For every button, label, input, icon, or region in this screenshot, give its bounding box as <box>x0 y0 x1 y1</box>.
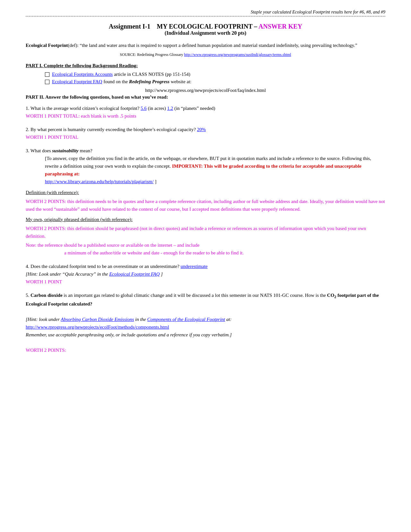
checklist-item-1-text: Ecological Footprints Accounts article i… <box>52 72 190 77</box>
checkbox-1 <box>45 72 49 77</box>
q5-carbon-dioxide: Carbon dioxide <box>31 293 63 298</box>
q1-worth: WORTH 1 POINT TOTAL: each blank is worth… <box>26 113 136 119</box>
q5-co2-bold: CO2 <box>327 293 337 298</box>
q5-text-before: Carbon dioxide <box>31 293 63 298</box>
q1-blank2: 1.2 <box>167 106 173 111</box>
eco-faq-link[interactable]: Ecological Footprint FAQ <box>52 79 102 84</box>
title-block: Assignment I-1 MY ECOLOGICAL FOOTPRINT –… <box>26 23 385 36</box>
q5-worth: WORTH 2 POINTS: <box>26 348 66 353</box>
q3-url-end: ] <box>155 179 156 184</box>
q5-hint-at: at: <box>225 317 232 322</box>
main-title: MY ECOLOGICAL FOOTPRINT – <box>157 23 257 30</box>
definition-block: Ecological Footprint(def): “the land and… <box>26 42 385 49</box>
title-line1: Assignment I-1 MY ECOLOGICAL FOOTPRINT –… <box>26 23 385 30</box>
q3-worth-def: WORTH 2 POINTS: this definition needs to… <box>26 198 385 213</box>
q3-bold-italic: sustainability <box>52 148 79 153</box>
q3-worth-own: WORTH 2 POINTS: this definition should b… <box>26 225 385 240</box>
eco-accounts-link[interactable]: Ecological Footprints Accounts <box>52 72 113 77</box>
q3-indent-block: [To answer, copy the definition you find… <box>45 155 385 185</box>
checkbox-2 <box>45 80 49 84</box>
divider <box>26 16 385 16</box>
answer-key: ANSWER KEY <box>258 23 302 30</box>
part1-heading: PART I. Complete the following Backgroun… <box>26 63 385 68</box>
q5-hint-italic: Remember, use acceptable paraphrasing on… <box>26 332 232 337</box>
q1-text: What is the average world citizen’s ecol… <box>31 106 139 111</box>
checklist-item-2-text: Ecological Footprint FAQ found on the Re… <box>52 79 191 84</box>
question-3: 3. What does sustainability mean? [To an… <box>26 147 385 257</box>
q2-text: By what percent is humanity currently ex… <box>31 127 196 132</box>
q3-text: What does <box>31 148 52 153</box>
q3-note2-text: a minimum of the author/title or website… <box>64 250 244 255</box>
q5-hint-link1-mid: in the <box>134 317 147 322</box>
part1-checklist: Ecological Footprints Accounts article i… <box>45 72 385 84</box>
q1-unit2: (in “planets” needed) <box>174 106 215 111</box>
q2-blank1: 20% <box>197 127 206 132</box>
q3-note-text: Note: the reference should be a publishe… <box>26 243 199 248</box>
q5-components-link[interactable]: Components of the Ecological Footprint <box>147 317 225 322</box>
q4-hint-text: [Hint: Look under “Quiz Accuracy” in the <box>26 271 109 277</box>
q4-hint-end: ] <box>160 271 163 277</box>
plagiarism-link[interactable]: http://www.library.arizona.edu/help/tuto… <box>45 179 153 184</box>
def-qualifier: (def): <box>68 43 78 48</box>
checklist-item-1: Ecological Footprints Accounts article i… <box>45 72 385 77</box>
q3-def-label: Definition (with reference): <box>26 190 79 195</box>
source-line: SOURCE: Redefining Progress Glossary htt… <box>26 52 385 57</box>
checklist-item-2: Ecological Footprint FAQ found on the Re… <box>45 79 385 84</box>
q5-hint-line1: [Hint: look under <box>26 317 61 322</box>
q5-text-middle: is an important gas related to global cl… <box>63 293 327 298</box>
q3-text2: mean? <box>79 148 92 153</box>
q3-def-label-line: Definition (with reference): <box>26 189 385 196</box>
q3-number: 3. <box>26 148 29 153</box>
q3-worth-def-text: WORTH 2 POINTS: this definition needs to… <box>26 199 385 212</box>
source-label: SOURCE: Redefining Progress Glossary <box>120 52 183 57</box>
q1-blank1: 5.6 <box>141 106 147 111</box>
q2-worth: WORTH 1 POINT TOTAL <box>26 135 78 140</box>
def-text: “the land and water area that is require… <box>80 43 357 48</box>
q4-worth: WORTH 1 POINT <box>26 279 62 284</box>
q1-number: 1. <box>26 106 29 111</box>
question-5: 5. Carbon dioxide is an important gas re… <box>26 291 385 354</box>
question-4: 4. Does the calculated footprint tend to… <box>26 262 385 286</box>
source-url[interactable]: http://www.rprogress.org/newprograms/sus… <box>184 52 291 57</box>
q5-number: 5. <box>26 293 29 298</box>
q2-number: 2. <box>26 127 29 132</box>
top-note: Staple your calculated Ecological Footpr… <box>26 10 385 15</box>
q4-blank1: underestimate <box>180 264 207 269</box>
assignment-label: Assignment I-1 <box>109 23 150 30</box>
q3-own-label: My own, originally phrased definition (w… <box>26 217 133 222</box>
question-2: 2. By what percent is humanity currently… <box>26 126 385 141</box>
q3-own-label-line: My own, originally phrased definition (w… <box>26 216 385 223</box>
q5-hint-url[interactable]: http://www.rprogress.org/newprojects/eco… <box>26 324 169 330</box>
question-1: 1. What is the average world citizen’s e… <box>26 104 385 120</box>
q3-note: Note: the reference should be a publishe… <box>26 241 385 257</box>
q3-worth-own-text: WORTH 2 POINTS: this definition should b… <box>26 226 366 239</box>
part2-heading: PART II. Answer the following questions,… <box>26 94 385 100</box>
q4-faq-link[interactable]: Ecological Footprint FAQ <box>109 271 160 277</box>
def-label: Ecological Footprint <box>26 43 68 48</box>
part1-url: http://www.rprogress.org/newprojects/eco… <box>26 88 385 93</box>
q4-number: 4. <box>26 264 29 269</box>
title-subtitle: (Individual Assignment worth 20 pts) <box>26 30 385 36</box>
q4-text: Does the calculated footprint tend to be… <box>31 264 179 269</box>
q1-unit1: (in acres) <box>148 106 166 111</box>
q5-absorbing-link[interactable]: Absorbing Carbon Dioxide Emissions <box>61 317 134 322</box>
